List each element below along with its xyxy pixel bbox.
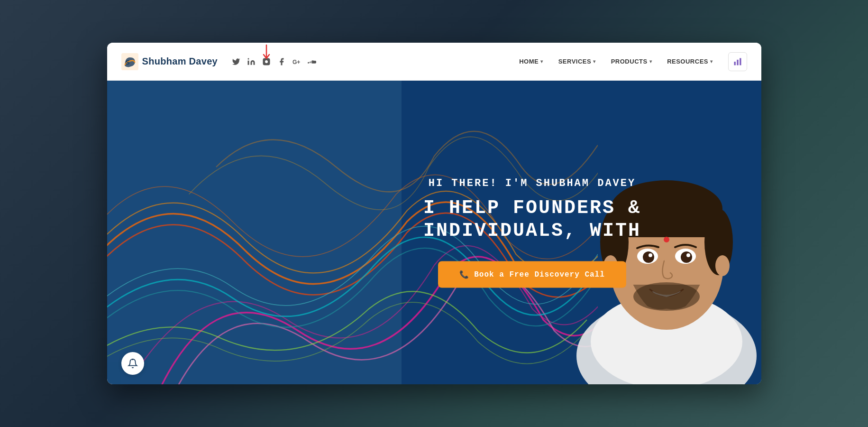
notification-bell[interactable] [121,352,144,375]
home-chevron-icon: ▾ [540,59,543,64]
svg-rect-8 [740,58,741,65]
main-nav: HOME ▾ SERVICES ▾ PRODUCTS ▾ RESOURCES ▾ [513,52,747,71]
hero-subtitle: HI THERE! I'M SHUBHAM DAVEY [369,177,696,189]
instagram-icon[interactable] [262,57,271,66]
nav-products[interactable]: PRODUCTS ▾ [605,54,658,69]
resources-chevron-icon: ▾ [710,59,713,64]
svg-point-26 [715,255,730,276]
nav-home[interactable]: HOME ▾ [513,54,549,69]
svg-rect-6 [734,62,735,65]
chart-icon [733,57,742,66]
logo-text: Shubham Davey [142,56,218,67]
logo-icon: S [121,53,138,70]
nav-resources[interactable]: RESOURCES ▾ [661,54,718,69]
svg-rect-7 [737,59,738,65]
hero-content: HI THERE! I'M SHUBHAM DAVEY I HELP FOUND… [369,177,696,288]
hero-section: HI THERE! I'M SHUBHAM DAVEY I HELP FOUND… [107,81,761,384]
nav-services[interactable]: SERVICES ▾ [553,54,602,69]
cta-button-text: Book a Free Discovery Call [474,270,605,279]
social-icons-bar: G+ [232,57,513,66]
svg-point-2 [248,58,249,59]
logo-area[interactable]: S Shubham Davey [121,53,218,70]
phone-icon: 📞 [459,270,469,279]
analytics-button[interactable] [728,52,747,71]
svg-point-27 [132,359,133,360]
bell-icon [128,358,138,369]
browser-window: S Shubham Davey [107,43,761,384]
services-chevron-icon: ▾ [593,59,596,64]
svg-text:G+: G+ [292,58,300,65]
hero-title: I HELP FOUNDERS & INDIVIDUALS, WITH [369,197,696,242]
red-arrow-indicator [261,44,272,63]
facebook-icon[interactable] [277,57,286,66]
google-plus-icon[interactable]: G+ [292,57,301,66]
svg-text:S: S [126,59,129,66]
cta-discovery-call-button[interactable]: 📞 Book a Free Discovery Call [438,261,626,288]
twitter-icon[interactable] [232,57,240,66]
soundcloud-icon[interactable] [308,57,316,66]
products-chevron-icon: ▾ [649,59,652,64]
linkedin-icon[interactable] [247,57,256,66]
site-header: S Shubham Davey [107,43,761,81]
